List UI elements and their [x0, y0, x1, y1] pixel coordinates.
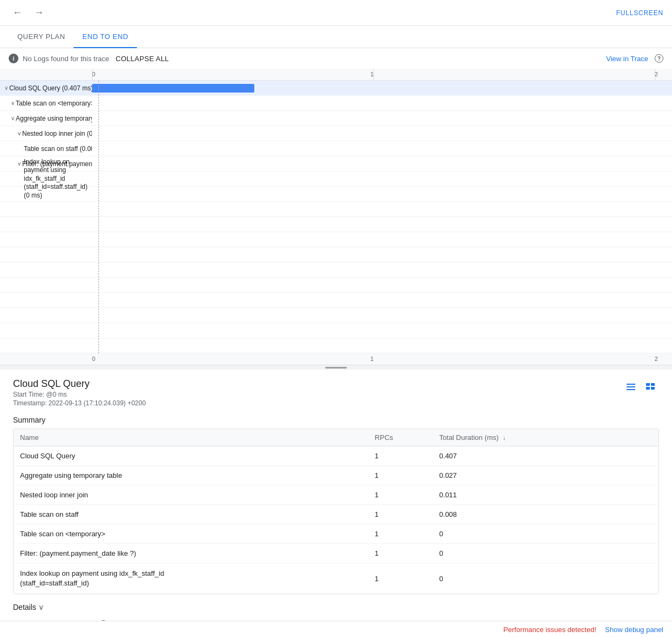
table-row: Index lookup on payment using idx_fk_sta… [14, 563, 658, 594]
trace-toolbar: i No Logs found for this trace COLLAPSE … [0, 48, 672, 69]
row-rpcs: 1 [368, 485, 433, 505]
row-rpcs: 1 [368, 505, 433, 524]
resizer-handle [325, 367, 347, 369]
span-label-area: ∨ Nested loop inner join (0.011 ms) [0, 130, 92, 137]
span-label: Cloud SQL Query (0.407 ms) [9, 84, 92, 92]
fullscreen-button[interactable]: FULLSCREEN [616, 9, 663, 17]
col-header-duration[interactable]: Total Duration (ms) ↓ [433, 429, 658, 446]
span-row-empty [0, 262, 672, 278]
expand-icon: ∨ [11, 115, 15, 121]
tab-end-to-end[interactable]: END TO END [74, 26, 137, 48]
span-row-empty [0, 217, 672, 232]
svg-rect-8 [646, 387, 650, 390]
span-row[interactable]: ∨ Table scan on <temporary> (0 ms) [0, 96, 672, 111]
span-row[interactable]: Index lookup on payment using idx_fk_sta… [0, 172, 672, 187]
top-nav: ← → FULLSCREEN [0, 0, 672, 26]
row-rpcs: 1 [368, 466, 433, 485]
span-row[interactable]: ∨ Aggregate using temporary table (0.027… [0, 111, 672, 126]
table-view-button[interactable] [642, 378, 659, 396]
svg-rect-9 [651, 387, 655, 390]
forward-button[interactable]: → [30, 4, 48, 22]
row-duration: 0 [433, 544, 658, 563]
list-view-button[interactable] [622, 378, 640, 396]
row-duration: 0 [433, 563, 658, 594]
span-row-empty [0, 308, 672, 323]
span-row[interactable]: ∨ Filter: (payment.payment_date like ?) … [0, 156, 672, 172]
row-rpcs: 1 [368, 446, 433, 466]
span-label: Aggregate using temporary table (0.027 m… [16, 115, 92, 122]
details-section-title: Details [13, 603, 36, 611]
span-row-empty [0, 202, 672, 217]
bottom-ruler: 0 1 2 [0, 353, 672, 365]
table-row: Table scan on <temporary> 1 0 [14, 524, 658, 544]
start-time: Start Time: @0 ms [13, 391, 146, 398]
tab-query-plan[interactable]: QUERY PLAN [9, 26, 74, 48]
chevron-down-icon: ∨ [38, 603, 44, 611]
timeline-wrapper: 0 1 2 ∨ Cloud SQL Query (0.407 ms) [0, 69, 672, 365]
detail-actions [622, 378, 659, 396]
col-header-rpcs[interactable]: RPCs [368, 429, 433, 446]
row-duration: 0 [433, 524, 658, 544]
top-ruler: 0 1 2 [0, 69, 672, 81]
table-row: Aggregate using temporary table 1 0.027 [14, 466, 658, 485]
svg-rect-7 [651, 383, 655, 386]
span-bar-area [92, 156, 672, 171]
view-in-trace-link[interactable]: View in Trace [606, 55, 648, 63]
nav-arrows: ← → [9, 4, 48, 22]
back-button[interactable]: ← [9, 4, 26, 22]
svg-rect-4 [627, 386, 628, 387]
table-row: Nested loop inner join 1 0.011 [14, 485, 658, 505]
row-name: Table scan on staff [14, 505, 368, 524]
span-row-empty [0, 278, 672, 293]
row-name: Nested loop inner join [14, 485, 368, 505]
svg-rect-5 [627, 389, 628, 390]
span-row[interactable]: ∨ Nested loop inner join (0.011 ms) [0, 126, 672, 141]
span-bar-area [92, 172, 672, 186]
span-row-empty [0, 293, 672, 308]
row-duration: 0.407 [433, 446, 658, 466]
details-expand[interactable]: Details ∨ [13, 603, 659, 611]
list-icon [625, 382, 636, 392]
ruler-ticks: 0 1 2 [92, 69, 672, 81]
svg-rect-3 [627, 384, 628, 385]
expand-icon: ∨ [11, 100, 15, 106]
summary-table: Name RPCs Total Duration (ms) ↓ Cloud SQ… [14, 429, 658, 594]
span-bar-area [92, 141, 672, 156]
span-label: Table scan on staff (0.008 ms) [24, 145, 92, 153]
row-duration: 0.008 [433, 505, 658, 524]
span-row[interactable]: ∨ Cloud SQL Query (0.407 ms) [0, 81, 672, 96]
info-icon: i [9, 54, 18, 63]
expand-icon: ∨ [4, 85, 8, 91]
collapse-all-button[interactable]: COLLAPSE ALL [116, 55, 169, 63]
show-debug-panel-link[interactable]: Show debug panel [605, 626, 663, 634]
bottom-tick-0: 0 [92, 356, 95, 362]
bottom-tick-2: 2 [655, 356, 658, 362]
bottom-tick-1: 1 [371, 356, 374, 362]
timestamp: Timestamp: 2022-09-13 (17:10:24.039) +02… [13, 399, 146, 407]
row-name: Index lookup on payment using idx_fk_sta… [14, 563, 368, 594]
span-row[interactable]: Table scan on staff (0.008 ms) [0, 141, 672, 156]
summary-table-wrapper: Name RPCs Total Duration (ms) ↓ Cloud SQ… [13, 429, 659, 594]
help-icon[interactable]: ? [655, 54, 663, 63]
svg-rect-6 [646, 383, 650, 386]
span-row-empty [0, 323, 672, 338]
trace-section: i No Logs found for this trace COLLAPSE … [0, 48, 672, 365]
span-label-area: ∨ Cloud SQL Query (0.407 ms) [0, 84, 92, 92]
detail-info: Cloud SQL Query Start Time: @0 ms Timest… [13, 378, 146, 407]
row-rpcs: 1 [368, 544, 433, 563]
detail-panel: Cloud SQL Query Start Time: @0 ms Timest… [0, 370, 672, 638]
sort-icon: ↓ [503, 435, 506, 441]
span-bar-area [92, 126, 672, 141]
resizer[interactable] [0, 365, 672, 370]
no-logs-text: No Logs found for this trace [23, 55, 109, 63]
expand-icon: ∨ [17, 130, 21, 136]
span-label-area: ∨ Aggregate using temporary table (0.027… [0, 115, 92, 122]
row-name: Filter: (payment.payment_date like ?) [14, 544, 368, 563]
span-label: Nested loop inner join (0.011 ms) [22, 130, 92, 137]
detail-title: Cloud SQL Query [13, 378, 146, 390]
span-bar-area [92, 81, 672, 95]
col-header-name[interactable]: Name [14, 429, 368, 446]
span-row-empty [0, 232, 672, 247]
table-row: Cloud SQL Query 1 0.407 [14, 446, 658, 466]
ruler-ticks-bottom: 0 1 2 [92, 353, 672, 365]
